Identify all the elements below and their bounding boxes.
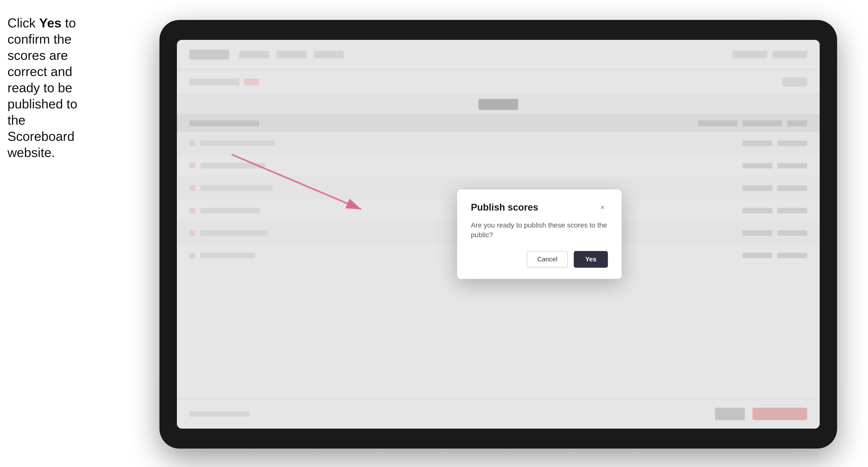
instruction-bold: Yes [39,16,62,30]
instruction-text: Click Yes to confirm the scores are corr… [7,15,80,161]
instruction-prefix: Click [7,16,39,30]
tablet-screen: Publish scores × Are you ready to publis… [177,40,820,429]
cancel-button[interactable]: Cancel [527,251,568,268]
dialog-header: Publish scores × [471,202,608,213]
instruction-suffix: to confirm the scores are correct and re… [7,16,77,160]
dialog-body: Are you ready to publish these scores to… [471,220,608,240]
publish-scores-dialog: Publish scores × Are you ready to publis… [457,189,622,279]
dialog-title: Publish scores [471,202,538,213]
tablet-device: Publish scores × Are you ready to publis… [159,20,837,448]
dialog-footer: Cancel Yes [471,251,608,268]
dialog-close-button[interactable]: × [597,202,608,213]
yes-button[interactable]: Yes [574,251,608,268]
